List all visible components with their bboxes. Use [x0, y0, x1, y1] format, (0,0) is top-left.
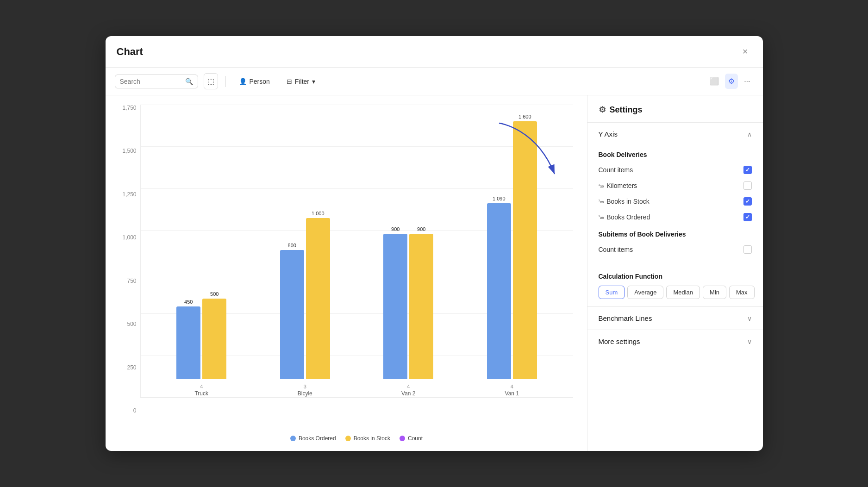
y-axis-section-header[interactable]: Y Axis ∧	[587, 123, 763, 145]
bar-group-truck: 450 500 4 Truck	[176, 291, 226, 398]
person-label: Person	[250, 78, 270, 85]
bars-row-bicyle: 800 1,000	[280, 211, 330, 379]
settings-title: Settings	[610, 105, 643, 115]
bar-count-bicyle: 3	[304, 384, 306, 389]
bar-truck-blue	[176, 306, 200, 379]
metric-name-books-in-stock: ¹₂₃ Books in Stock	[599, 198, 649, 205]
y-label-1500: 1,500	[122, 148, 136, 154]
save-icon-button[interactable]: ⬚	[204, 73, 218, 89]
metric-name-count-items: Count items	[599, 166, 633, 174]
main-content: 1,750 1,500 1,250 1,000 750 500 250 0	[106, 95, 763, 451]
calc-btn-min[interactable]: Min	[703, 286, 726, 299]
legend-item-books-ordered: Books Ordered	[290, 435, 336, 442]
benchmark-lines-section[interactable]: Benchmark Lines ∨	[587, 307, 763, 330]
y-label-250: 250	[127, 364, 136, 371]
legend-label-books-in-stock: Books in Stock	[354, 435, 390, 442]
y-axis-chevron-icon: ∧	[747, 131, 752, 138]
bar-bicyle-yellow	[306, 218, 330, 379]
bar-van1-blue	[487, 203, 511, 379]
more-options-icon: ···	[744, 77, 750, 86]
y-label-1750: 1,750	[122, 105, 136, 111]
bar-value-truck-blue: 450	[184, 299, 193, 305]
bar-wrapper-van2-yellow: 900	[409, 226, 433, 379]
checkbox-kilometers[interactable]	[743, 181, 752, 190]
checkbox-books-ordered[interactable]	[743, 213, 752, 221]
layout-icon-button[interactable]: ⬜	[706, 74, 722, 89]
bar-van1-yellow	[513, 121, 537, 379]
filter-icon: ⊟	[287, 78, 292, 85]
books-ordered-type-icon: ¹₂₃	[599, 214, 604, 220]
bar-value-van1-yellow: 1,600	[518, 114, 531, 119]
filter-chevron: ▾	[312, 78, 315, 85]
search-input[interactable]	[120, 78, 182, 85]
bar-bicyle-blue	[280, 250, 304, 379]
more-options-button[interactable]: ···	[741, 74, 753, 89]
layout-icon: ⬜	[710, 77, 719, 86]
calc-buttons-row: Sum Average Median Min Max	[599, 286, 752, 299]
close-button[interactable]: ×	[739, 44, 752, 59]
bar-count-van2: 4	[407, 384, 410, 389]
bar-wrapper-truck-yellow: 500	[202, 291, 226, 379]
calc-btn-median[interactable]: Median	[666, 286, 700, 299]
legend-item-books-in-stock: Books in Stock	[345, 435, 390, 442]
sub-count-items-label: Count items	[599, 246, 633, 253]
search-icon: 🔍	[185, 78, 193, 85]
checkbox-sub-count-items[interactable]	[743, 245, 752, 254]
search-box[interactable]: 🔍	[115, 75, 198, 88]
count-items-label: Count items	[599, 166, 633, 174]
window-title: Chart	[117, 46, 143, 58]
more-settings-label: More settings	[599, 337, 640, 345]
filter-button[interactable]: ⊟ Filter ▾	[281, 75, 321, 88]
toolbar: 🔍 ⬚ 👤 Person ⊟ Filter ▾ ⬜ ⚙ ···	[106, 68, 763, 95]
bars-row-truck: 450 500	[176, 291, 226, 379]
bar-value-bicyle-blue: 800	[288, 243, 296, 248]
chart-legend: Books Ordered Books in Stock Count	[140, 431, 573, 442]
metric-row-count-items: Count items	[599, 162, 752, 178]
person-button[interactable]: 👤 Person	[233, 75, 275, 88]
more-settings-section[interactable]: More settings ∨	[587, 330, 763, 353]
bar-value-van2-blue: 900	[391, 226, 400, 232]
y-label-500: 500	[127, 321, 136, 327]
chart-area: 1,750 1,500 1,250 1,000 750 500 250 0	[106, 95, 587, 451]
metric-name-sub-count-items: Count items	[599, 246, 633, 253]
chart-container: 1,750 1,500 1,250 1,000 750 500 250 0	[115, 105, 573, 442]
bars-row-van1: 1,090 1,600	[487, 114, 537, 379]
bar-label-truck: Truck	[194, 390, 208, 397]
calc-btn-average[interactable]: Average	[627, 286, 663, 299]
y-label-0: 0	[133, 407, 137, 414]
books-ordered-label: Books Ordered	[606, 213, 650, 221]
bar-label-van1: Van 1	[505, 390, 519, 397]
metric-row-books-in-stock: ¹₂₃ Books in Stock	[599, 194, 752, 209]
calc-btn-sum[interactable]: Sum	[599, 286, 625, 299]
bar-label-bicyle: Bicyle	[298, 390, 312, 397]
y-axis-label: Y Axis	[599, 130, 618, 138]
bar-value-bicyle-yellow: 1,000	[312, 211, 325, 216]
legend-dot-blue	[290, 436, 296, 441]
y-label-1250: 1,250	[122, 191, 136, 198]
checkbox-count-items[interactable]	[743, 166, 752, 174]
settings-icon-button[interactable]: ⚙	[725, 74, 738, 89]
bar-value-van2-yellow: 900	[417, 226, 425, 232]
benchmark-chevron-icon: ∨	[747, 315, 752, 322]
bar-wrapper-van1-yellow: 1,600	[513, 114, 537, 379]
bar-value-van1-blue: 1,090	[493, 196, 506, 201]
bar-group-bicyle: 800 1,000 3 Bicyle	[280, 211, 330, 398]
bar-count-van1: 4	[511, 384, 513, 389]
bar-wrapper-van2-blue: 900	[383, 226, 407, 379]
bar-wrapper-truck-blue: 450	[176, 299, 200, 379]
bar-group-van1: 1,090 1,600 4 Van 1	[487, 114, 537, 398]
metric-row-kilometers: ¹₂₃ Kilometers	[599, 178, 752, 194]
calc-btn-max[interactable]: Max	[729, 286, 755, 299]
settings-panel: ⚙ Settings Y Axis ∧ Book Deliveries Coun…	[587, 95, 763, 451]
calc-function-label: Calculation Function	[599, 273, 752, 280]
kilometers-label: Kilometers	[606, 182, 637, 189]
bar-van2-blue	[383, 234, 407, 379]
checkbox-books-in-stock[interactable]	[743, 197, 752, 206]
y-label-750: 750	[127, 278, 136, 284]
title-bar: Chart ×	[106, 36, 763, 68]
settings-gear-icon-panel: ⚙	[599, 105, 606, 115]
y-label-1000: 1,000	[122, 234, 136, 241]
grid-line	[141, 105, 573, 105]
bars-row-van2: 900 900	[383, 226, 433, 379]
bar-count-truck: 4	[200, 384, 203, 389]
